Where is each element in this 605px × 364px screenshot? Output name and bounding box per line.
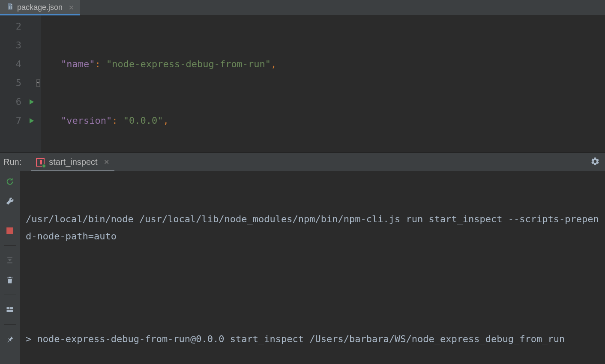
run-tab-label: start_inspect bbox=[49, 157, 97, 167]
line-number: 5 bbox=[0, 74, 41, 92]
line-number: 6 bbox=[0, 92, 41, 111]
rerun-button[interactable] bbox=[4, 176, 16, 188]
line-number: 7 bbox=[0, 111, 41, 130]
line-number: 3 bbox=[0, 36, 41, 55]
run-toolbar bbox=[0, 171, 20, 364]
run-gutter-icon[interactable] bbox=[28, 98, 35, 105]
svg-rect-4 bbox=[7, 307, 10, 309]
svg-rect-2 bbox=[40, 160, 42, 164]
run-toolwindow-body: /usr/local/bin/node /usr/local/lib/node_… bbox=[0, 171, 605, 364]
run-tab-start-inspect[interactable]: start_inspect ✕ bbox=[31, 153, 114, 171]
wrench-icon[interactable] bbox=[4, 195, 16, 207]
run-panel-title: Run: bbox=[3, 157, 21, 167]
editor-content[interactable]: "name": "node-express-debug-from-run", "… bbox=[41, 15, 605, 152]
fold-marker-icon[interactable] bbox=[35, 79, 41, 87]
svg-rect-6 bbox=[7, 310, 13, 312]
run-toolwindow-header: Run: start_inspect ✕ bbox=[0, 152, 605, 171]
tab-label: package.json bbox=[17, 3, 63, 12]
run-gutter-icon[interactable] bbox=[28, 117, 35, 124]
line-number: 2 bbox=[0, 17, 41, 36]
close-icon[interactable]: ✕ bbox=[104, 158, 109, 166]
scroll-to-end-button[interactable] bbox=[4, 254, 16, 266]
code-editor[interactable]: 2 3 4 5 6 7 "name": bbox=[0, 15, 605, 152]
editor-gutter: 2 3 4 5 6 7 bbox=[0, 15, 41, 152]
npm-run-icon bbox=[36, 158, 45, 167]
layout-icon[interactable] bbox=[4, 304, 16, 316]
console-line: > node-express-debug-from-run@0.0.0 star… bbox=[26, 331, 602, 348]
json-file-icon: {} bbox=[6, 3, 14, 12]
close-icon[interactable]: ✕ bbox=[69, 4, 74, 12]
svg-rect-3 bbox=[6, 227, 13, 234]
trash-icon[interactable] bbox=[4, 274, 16, 286]
console-line: /usr/local/bin/node /usr/local/lib/node_… bbox=[26, 211, 602, 245]
svg-text:{}: {} bbox=[9, 6, 12, 9]
stop-button[interactable] bbox=[4, 225, 16, 237]
pin-icon[interactable] bbox=[4, 333, 16, 345]
console-line bbox=[26, 279, 602, 296]
console-output[interactable]: /usr/local/bin/node /usr/local/lib/node_… bbox=[20, 171, 605, 364]
gear-icon[interactable] bbox=[590, 157, 600, 168]
line-number: 4 bbox=[0, 55, 41, 74]
svg-rect-5 bbox=[10, 307, 13, 309]
editor-tabs-bar: {} package.json ✕ bbox=[0, 0, 605, 15]
tab-package-json[interactable]: {} package.json ✕ bbox=[0, 0, 80, 15]
